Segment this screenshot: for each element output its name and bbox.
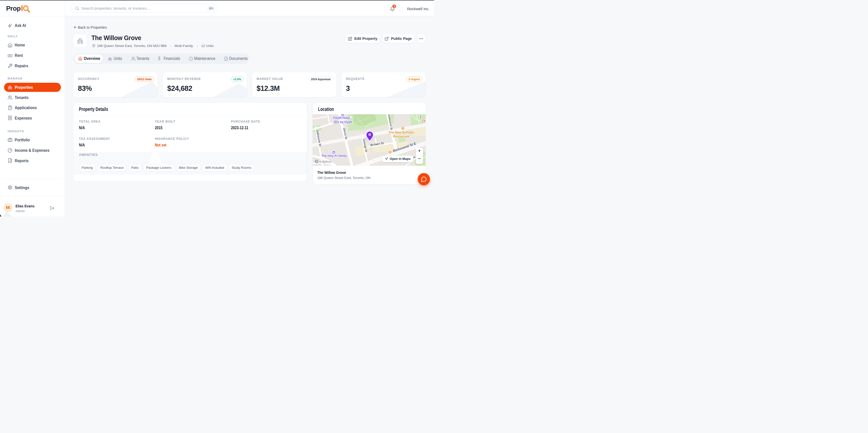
svg-text:'1: '1 xyxy=(419,116,421,118)
svg-text:The Ivey At Verity: The Ivey At Verity xyxy=(321,154,347,158)
svg-text:mapbox: mapbox xyxy=(319,160,332,163)
svg-text:Chu: Chu xyxy=(422,119,426,123)
svg-text:JDV by Hyatt: JDV by Hyatt xyxy=(333,120,352,124)
svg-text:The New Buffallo: The New Buffallo xyxy=(388,131,414,134)
svg-text:Restaurant: Restaurant xyxy=(393,135,410,138)
